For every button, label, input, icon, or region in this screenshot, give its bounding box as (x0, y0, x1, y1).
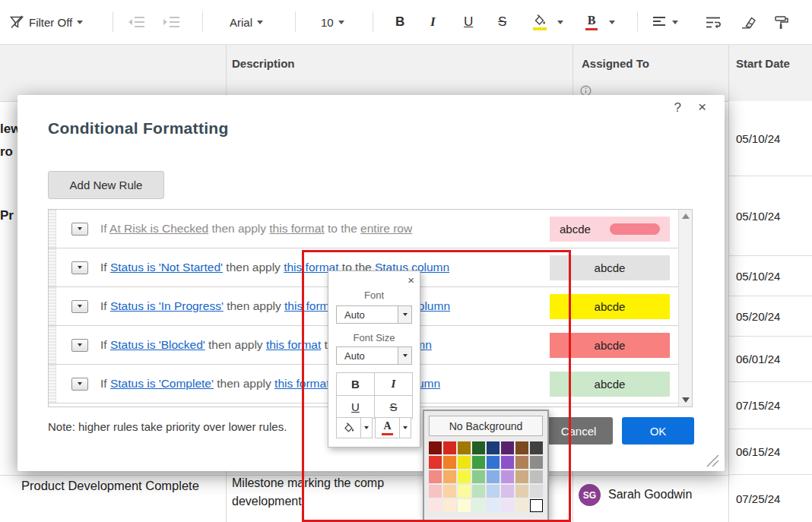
task-name-cell[interactable]: Product Development Complete (21, 476, 200, 495)
filter-button[interactable]: Filter Off (9, 0, 83, 44)
palette-swatch[interactable] (429, 499, 442, 512)
palette-swatch[interactable] (530, 456, 543, 469)
palette-swatch[interactable] (429, 485, 442, 498)
palette-swatch[interactable] (472, 456, 485, 469)
palette-swatch[interactable] (472, 485, 485, 498)
palette-swatch[interactable] (429, 441, 442, 454)
palette-swatch[interactable] (501, 499, 514, 512)
palette-swatch[interactable] (443, 499, 456, 512)
scroll-up-icon[interactable] (682, 214, 690, 219)
bold-button[interactable]: B (336, 372, 375, 396)
underline-button[interactable]: U (464, 0, 473, 44)
palette-swatch[interactable] (515, 441, 528, 454)
start-date-cell[interactable]: 06/01/24 (729, 337, 812, 382)
palette-swatch[interactable] (443, 470, 456, 483)
start-date-cell[interactable]: 05/20/24 (729, 296, 812, 337)
palette-swatch[interactable] (530, 441, 543, 454)
palette-swatch[interactable] (458, 456, 471, 469)
rule-menu-button[interactable] (71, 300, 88, 313)
start-date-cell[interactable]: 05/10/24 (729, 256, 812, 296)
palette-swatch[interactable] (501, 441, 514, 454)
wrap-text-button[interactable] (706, 0, 722, 44)
clear-formatting-button[interactable] (741, 0, 756, 44)
palette-swatch[interactable] (487, 470, 500, 483)
font-size-select[interactable]: Auto (336, 346, 412, 365)
palette-swatch[interactable] (515, 499, 528, 512)
format-painter-button[interactable] (774, 0, 789, 44)
font-size-dropdown[interactable]: 10 (321, 0, 344, 44)
rule-target-link[interactable]: entire row (360, 222, 412, 235)
drag-handle[interactable] (49, 326, 56, 364)
no-background-button[interactable]: No Background (429, 416, 543, 436)
italic-button[interactable]: I (374, 372, 413, 396)
rule-menu-button[interactable] (71, 378, 88, 391)
outdent-button[interactable] (128, 0, 146, 44)
palette-swatch[interactable] (458, 485, 471, 498)
rule-condition-link[interactable]: At Risk is Checked (109, 222, 208, 235)
rule-format-link[interactable]: this format (269, 222, 324, 235)
cancel-button[interactable]: Cancel (544, 417, 613, 444)
rule-list-scrollbar[interactable] (678, 210, 692, 407)
palette-swatch[interactable] (458, 470, 471, 483)
palette-swatch[interactable] (515, 485, 528, 498)
palette-swatch[interactable] (515, 456, 528, 469)
palette-swatch[interactable] (472, 441, 485, 454)
align-dropdown[interactable] (652, 0, 678, 44)
underline-button[interactable]: U (336, 395, 375, 419)
scroll-down-icon[interactable] (682, 397, 690, 403)
palette-swatch[interactable] (429, 456, 442, 469)
palette-swatch[interactable] (501, 456, 514, 469)
palette-swatch[interactable] (487, 456, 500, 469)
indent-button[interactable] (163, 0, 181, 44)
rule-condition-link[interactable]: Status is 'Not Started' (110, 261, 223, 274)
palette-swatch[interactable] (530, 470, 543, 483)
palette-swatch[interactable] (443, 441, 456, 454)
font-color-button[interactable]: B (585, 0, 598, 44)
font-family-select[interactable]: Auto (336, 305, 412, 324)
add-new-rule-button[interactable]: Add New Rule (48, 171, 164, 199)
rule-condition-link[interactable]: Status is 'In Progress' (110, 299, 224, 312)
font-color-button[interactable]: A (375, 417, 400, 438)
column-header-assigned-to[interactable]: Assigned To (582, 57, 649, 70)
assignee-name[interactable]: Sarah Goodwin (608, 488, 692, 501)
start-date-cell[interactable]: 05/10/24 (729, 176, 812, 256)
strikethrough-button[interactable]: S (498, 0, 506, 44)
bold-button[interactable]: B (395, 0, 404, 44)
drag-handle[interactable] (49, 248, 56, 286)
resize-handle[interactable] (704, 455, 719, 467)
palette-swatch[interactable] (487, 499, 500, 512)
fill-color-caret[interactable] (557, 0, 563, 44)
palette-swatch[interactable] (443, 456, 456, 469)
palette-swatch[interactable] (530, 485, 543, 498)
palette-swatch[interactable] (487, 485, 500, 498)
font-color-caret[interactable] (399, 417, 411, 438)
palette-swatch[interactable] (501, 470, 514, 483)
palette-swatch[interactable] (472, 470, 485, 483)
italic-button[interactable]: I (430, 0, 436, 44)
background-color-caret[interactable] (360, 417, 373, 438)
palette-swatch[interactable] (458, 499, 471, 512)
palette-swatch[interactable] (487, 441, 500, 454)
font-family-dropdown[interactable]: Arial (230, 0, 263, 44)
rule-condition-link[interactable]: Status is 'Complete' (110, 377, 214, 390)
palette-swatch[interactable] (443, 485, 456, 498)
rule-menu-button[interactable] (71, 339, 88, 352)
rule-condition-link[interactable]: Status is 'Blocked' (110, 338, 205, 351)
column-header-start-date[interactable]: Start Date (736, 57, 790, 70)
close-icon[interactable]: × (698, 99, 706, 115)
rule-format-link[interactable]: this format (266, 338, 321, 351)
column-header-description[interactable]: Description (232, 57, 295, 70)
background-color-button[interactable] (336, 417, 361, 438)
start-date-cell[interactable]: 07/25/24 (729, 475, 812, 522)
description-cell-line1[interactable]: Milestone marking the comp (232, 476, 384, 490)
drag-handle[interactable] (49, 287, 56, 325)
palette-swatch[interactable] (530, 499, 543, 512)
palette-swatch[interactable] (501, 485, 514, 498)
palette-swatch[interactable] (472, 499, 485, 512)
ok-button[interactable]: OK (622, 417, 694, 444)
fill-color-button[interactable] (532, 0, 547, 44)
start-date-cell[interactable]: 05/10/24 (729, 101, 812, 176)
start-date-cell[interactable]: 07/15/24 (729, 382, 812, 429)
help-button[interactable]: ? (674, 100, 681, 115)
palette-swatch[interactable] (458, 441, 471, 454)
